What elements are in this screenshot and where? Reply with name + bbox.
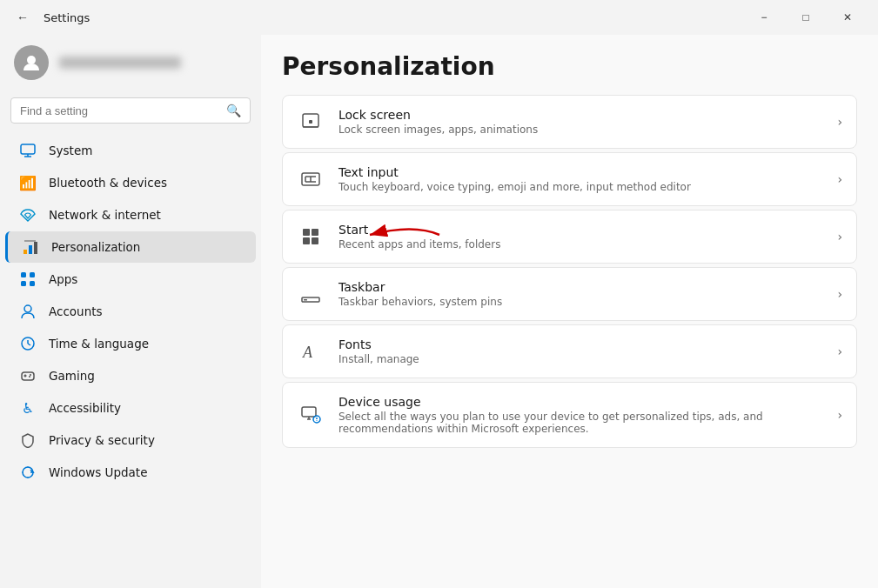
sidebar-item-label: Apps xyxy=(49,272,77,286)
sidebar-item-network[interactable]: Network & internet xyxy=(5,199,256,231)
svg-rect-5 xyxy=(29,245,32,254)
sidebar-item-label: Gaming xyxy=(49,369,95,383)
network-icon xyxy=(19,206,37,224)
text-input-desc: Touch keyboard, voice typing, emoji and … xyxy=(338,181,823,193)
sidebar-item-label: Privacy & security xyxy=(49,433,155,447)
svg-point-0 xyxy=(27,56,36,64)
sidebar-item-personalization[interactable]: Personalization xyxy=(5,231,256,263)
close-button[interactable]: ✕ xyxy=(828,3,868,31)
svg-rect-35 xyxy=(304,299,307,301)
app-title: Settings xyxy=(44,11,90,24)
device-usage-title: Device usage xyxy=(338,395,823,409)
svg-point-42 xyxy=(316,420,317,421)
taskbar-chevron: › xyxy=(837,287,842,301)
gaming-icon xyxy=(19,367,37,384)
svg-rect-29 xyxy=(303,229,310,236)
sidebar-item-bluetooth[interactable]: 📶 Bluetooth & devices xyxy=(5,167,256,198)
settings-item-taskbar[interactable]: Taskbar Taskbar behaviors, system pins › xyxy=(282,267,857,321)
lock-screen-chevron: › xyxy=(837,115,842,129)
lock-screen-desc: Lock screen images, apps, animations xyxy=(338,124,823,136)
back-button[interactable]: ← xyxy=(10,5,35,30)
sidebar-item-label: Accessibility xyxy=(49,401,121,415)
minimize-button[interactable]: − xyxy=(744,3,784,31)
main-content: 🔍 System 📶 Bluetooth & devices xyxy=(0,35,878,588)
svg-text:A: A xyxy=(302,344,313,361)
svg-rect-30 xyxy=(312,229,318,236)
text-input-chevron: › xyxy=(837,172,842,186)
svg-point-19 xyxy=(30,374,31,376)
sidebar-item-accounts[interactable]: Accounts xyxy=(5,296,256,327)
sidebar-item-label: Accounts xyxy=(49,304,103,318)
start-desc: Recent apps and items, folders xyxy=(338,238,823,251)
title-bar: ← Settings − □ ✕ xyxy=(0,0,878,35)
svg-rect-10 xyxy=(21,281,26,286)
device-usage-icon xyxy=(297,401,325,429)
svg-rect-31 xyxy=(303,237,310,244)
svg-rect-11 xyxy=(30,281,35,286)
window-controls: − □ ✕ xyxy=(744,3,868,31)
device-usage-text: Device usage Select all the ways you pla… xyxy=(338,395,823,435)
sidebar-item-label: Bluetooth & devices xyxy=(49,176,167,190)
settings-item-fonts[interactable]: A Fonts Install, manage › xyxy=(282,324,857,378)
start-title: Start xyxy=(338,223,823,237)
sidebar-item-time[interactable]: Time & language xyxy=(5,328,256,359)
svg-line-15 xyxy=(28,344,30,345)
svg-rect-32 xyxy=(312,237,318,244)
svg-point-12 xyxy=(24,305,31,312)
settings-item-start[interactable]: Start Recent apps and items, folders › xyxy=(282,210,857,264)
fonts-icon: A xyxy=(297,337,325,365)
svg-rect-16 xyxy=(22,372,34,380)
taskbar-text: Taskbar Taskbar behaviors, system pins xyxy=(338,280,823,308)
avatar xyxy=(14,45,49,80)
sidebar-item-gaming[interactable]: Gaming xyxy=(5,360,256,391)
fonts-chevron: › xyxy=(837,344,842,358)
text-input-title: Text input xyxy=(338,165,823,179)
content-area: Personalization Lock screen Lock screen … xyxy=(261,35,878,588)
lock-screen-text: Lock screen Lock screen images, apps, an… xyxy=(338,108,823,136)
apps-icon xyxy=(19,271,37,288)
settings-item-lock-screen[interactable]: Lock screen Lock screen images, apps, an… xyxy=(282,95,857,149)
maximize-button[interactable]: □ xyxy=(786,3,826,31)
time-icon xyxy=(19,335,37,352)
start-icon xyxy=(297,223,325,251)
sidebar: 🔍 System 📶 Bluetooth & devices xyxy=(0,35,261,588)
svg-rect-9 xyxy=(30,272,35,277)
svg-rect-4 xyxy=(23,250,27,254)
svg-rect-1 xyxy=(21,144,35,154)
windows-update-icon xyxy=(19,464,37,481)
svg-rect-8 xyxy=(21,272,26,277)
sidebar-item-label: Windows Update xyxy=(49,465,147,479)
settings-item-device-usage[interactable]: Device usage Select all the ways you pla… xyxy=(282,382,857,448)
sidebar-item-privacy[interactable]: Privacy & security xyxy=(5,424,256,456)
svg-rect-37 xyxy=(302,407,316,417)
text-input-text: Text input Touch keyboard, voice typing,… xyxy=(338,165,823,193)
sidebar-item-label: Time & language xyxy=(49,337,149,351)
start-chevron: › xyxy=(837,230,842,244)
accounts-icon xyxy=(19,303,37,320)
accessibility-icon: ♿ xyxy=(19,399,37,417)
sidebar-item-system[interactable]: System xyxy=(5,135,256,166)
sidebar-item-accessibility[interactable]: ♿ Accessibility xyxy=(5,392,256,424)
settings-item-text-input[interactable]: Text input Touch keyboard, voice typing,… xyxy=(282,152,857,206)
svg-rect-23 xyxy=(309,120,312,124)
search-input[interactable] xyxy=(20,104,219,117)
sidebar-profile[interactable] xyxy=(0,35,261,94)
system-icon xyxy=(19,142,37,159)
personalization-icon xyxy=(22,238,39,256)
svg-point-20 xyxy=(29,376,30,378)
lock-screen-icon xyxy=(297,108,325,136)
fonts-text: Fonts Install, manage xyxy=(338,337,823,365)
privacy-icon xyxy=(19,431,37,449)
sidebar-nav: System 📶 Bluetooth & devices Network & i… xyxy=(0,134,261,489)
device-usage-chevron: › xyxy=(837,408,842,422)
sidebar-item-apps[interactable]: Apps xyxy=(5,264,256,295)
fonts-title: Fonts xyxy=(338,337,823,351)
sidebar-item-windows-update[interactable]: Windows Update xyxy=(5,457,256,488)
text-input-icon xyxy=(297,165,325,193)
profile-name xyxy=(59,57,181,69)
bluetooth-icon: 📶 xyxy=(19,174,37,191)
page-title: Personalization xyxy=(282,52,857,81)
taskbar-desc: Taskbar behaviors, system pins xyxy=(338,296,823,308)
taskbar-title: Taskbar xyxy=(338,280,823,294)
search-box[interactable]: 🔍 xyxy=(10,97,251,124)
